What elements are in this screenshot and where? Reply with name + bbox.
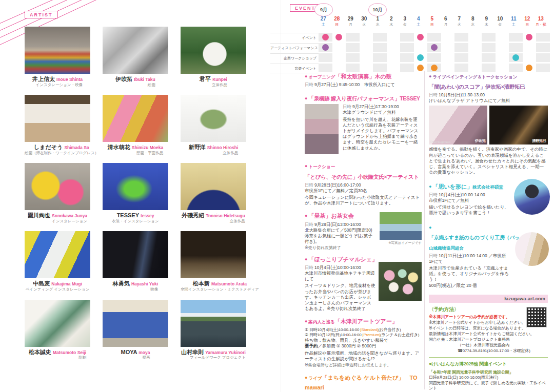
artist-genre: 絵画 — [115, 83, 155, 88]
artist-name-en: Tonoiso Hidetsugu — [206, 213, 245, 218]
calendar-day: 6月 — [439, 16, 453, 27]
artist-genre: 壁画・平面作品 — [108, 151, 163, 156]
artist-card: 山村幸則 Yamamura Yukinoriフィールドワーク プロジェクト — [181, 300, 246, 361]
calendar-day: 29月 — [344, 16, 358, 27]
event-dot — [322, 44, 329, 51]
artist-name-en: Yamamura Yukinori — [205, 350, 246, 355]
artist-photo — [103, 163, 168, 210]
artist-genre: 映像 — [113, 287, 158, 292]
artist-genre: 立体作品 — [200, 83, 227, 88]
artist-genre: インスタレーション・映像 — [32, 83, 83, 88]
event-talkshow: トークショー 「とびら、その先に」小吹隆文氏×アーティスト 日時9月28日(日)… — [305, 160, 422, 206]
column-divider — [424, 71, 425, 389]
event-photo-tessey — [305, 104, 339, 154]
artist-photo — [103, 300, 168, 347]
calendar-day: 7火 — [452, 16, 466, 27]
artist-card: 君平 Kunpei立体作品 — [181, 27, 246, 88]
event-photo-seino: 清野拓巳 — [489, 106, 548, 145]
month-label-october: 10月 — [368, 3, 387, 16]
calendar-day: 10金 — [493, 16, 507, 27]
artist-genre: ペインティング インスタレーション — [26, 287, 90, 292]
calendar-rows: イベントアーティストパフォーマンス企業ワークショップ音楽イベント — [270, 33, 550, 74]
artist-name-en: Ibuki Taku — [134, 77, 155, 82]
artist-name-en: Kunpei — [212, 77, 227, 82]
artist-card: 外磯秀紹 Tonoiso Hidetsugu立体作品 — [181, 163, 246, 224]
website-url[interactable]: kizugawa-art.com — [429, 295, 548, 303]
event-celt-live: ライブ「まちをめぐる ケルト音たび」 TO mawari 日時10月4日(土)1… — [305, 372, 422, 392]
artist-grid: 井上信太 Inoue Shintaインスタレーション・映像伊吹拓 Ibuki T… — [25, 27, 250, 361]
artist-name-ja: 中島麦 — [33, 280, 50, 286]
artist-name-ja: 伊吹拓 — [115, 76, 132, 82]
brochure-page: ARTIST 井上信太 Inoue Shintaインスタレーション・映像伊吹拓 … — [0, 0, 554, 392]
artist-name-en: Nakajima Mugi — [51, 281, 82, 286]
artist-genre: インスタレーション — [28, 219, 87, 224]
calendar-row-label: イベント — [270, 33, 319, 42]
photo-label: 伊吹拓 — [475, 138, 486, 143]
artist-card: 清水萌花 Shimizu Moeka壁画・平面作品 — [103, 95, 168, 156]
event-petit-marche: 「ほっこりプチマルシェ」 日時10月4日(土)10:00-16:00 木津川市情… — [305, 254, 422, 312]
calendar-day: 9木 — [480, 16, 493, 27]
artist-card: TESSEY tessey衣装・インスタレーション — [103, 163, 168, 224]
phone-number: ☎0774-39-8191(10:00-17:00・水曜定休) — [429, 348, 548, 354]
artist-photo — [181, 163, 246, 210]
artist-name-en: Shinno Hiroshi — [207, 145, 238, 150]
artist-name-ja: 山村幸則 — [181, 349, 204, 355]
artist-name-ja: 君平 — [200, 76, 211, 82]
event-photo-bags — [515, 232, 549, 266]
artist-card: 中島麦 Nakajima Mugiペインティング インスタレーション — [25, 231, 90, 293]
event-live-painting-talk: ライブペインティング＆トークセッション 「間(あわい)のスコア」伊吹拓×清野拓巳… — [429, 71, 548, 176]
artist-name-ja: 清水萌花 — [108, 144, 130, 150]
artist-card: 林勇気 Hayashi Yuki映像 — [103, 231, 168, 293]
artist-name-ja: 松本新 — [193, 280, 210, 286]
calendar-day: 28日 — [330, 16, 344, 27]
artist-card: 松本誠史 Matsumoto Seiji彫刻 — [25, 300, 90, 361]
artist-name-en: Matsumoto Seiji — [53, 350, 86, 355]
calendar-day: 30火 — [358, 16, 371, 27]
artist-card: 新野洋 Shinno Hiroshi立体作品 — [181, 95, 246, 156]
artist-photo — [103, 95, 168, 142]
bullet-icon — [429, 222, 432, 231]
calendar-day: 4土 — [412, 16, 426, 27]
keihanna-expo-section: ●けいはんな万博2025他 関連イベント 「令和7年度 関西光量子科学研究所 施… — [429, 361, 548, 392]
artist-card: MOYA moya壁画 — [103, 300, 168, 361]
artist-section-label: ARTIST — [25, 11, 58, 18]
calendar-day: 5日 — [425, 16, 439, 27]
event-photo-ibuki: ©Kei Sugimoto 伊吹拓 — [429, 106, 487, 145]
section-divider — [429, 357, 548, 358]
artist-name-ja: TESSEY — [117, 212, 139, 218]
event-tea-ceremony: ※写真はイメージです 「呈茶」お茶女会 日時9月28日(日)13:00-16:0… — [305, 210, 422, 251]
month-label-september: 9月 — [314, 3, 333, 16]
event-dot — [417, 34, 424, 40]
artist-photo — [25, 95, 90, 142]
artist-name-ja: 井上信太 — [32, 76, 55, 82]
calendar-day: 1水 — [371, 16, 385, 27]
artist-name-ja: 林勇気 — [113, 280, 130, 286]
event-omoi-workshop: 「思いを形に」株式会社祥碩堂 日時10月4日(土)10:00-14:00 市役所… — [429, 181, 548, 216]
artist-name-ja: 新野洋 — [189, 144, 206, 150]
event-art-tour: 案内人と巡る「木津川アートツアー」 ① 日時10月4日(土)10:00-16:0… — [305, 316, 422, 368]
artist-name-en: Shimizu Moeka — [132, 145, 163, 150]
expo-heading: ●けいはんな万博2025他 関連イベント — [429, 361, 548, 367]
artist-name-en: Hayashi Yuki — [131, 281, 158, 286]
event-dot — [417, 54, 424, 61]
artist-name-ja: 園川絢也 — [28, 212, 50, 218]
event-dot — [512, 54, 519, 61]
artist-name-en: Sonokawa Junya — [52, 213, 87, 218]
event-photo-tea — [380, 212, 422, 240]
calendar-row-label: 企業ワークショップ — [270, 53, 319, 63]
calendar-days: 27土28日29月30火1水2木3金4土5日6月7火8水9木10金11土12日1… — [316, 16, 548, 27]
artist-photo — [103, 231, 168, 278]
artist-photo — [181, 300, 246, 347]
photo-credit: ©Kei Sugimoto — [430, 140, 450, 143]
calendar-day: 11土 — [507, 16, 521, 27]
calendar-day: 12日 — [521, 16, 535, 27]
artist-genre: 立体作品 — [189, 151, 239, 156]
artist-photo — [103, 27, 168, 74]
artist-photo — [181, 95, 246, 142]
calendar-row-label: アーティストパフォーマンス — [270, 43, 319, 52]
event-dot — [431, 44, 438, 51]
artist-photo — [25, 231, 90, 278]
event-dot — [322, 34, 329, 40]
artist-name-en: Shimada So — [64, 145, 89, 150]
calendar-row: イベント — [270, 33, 550, 42]
